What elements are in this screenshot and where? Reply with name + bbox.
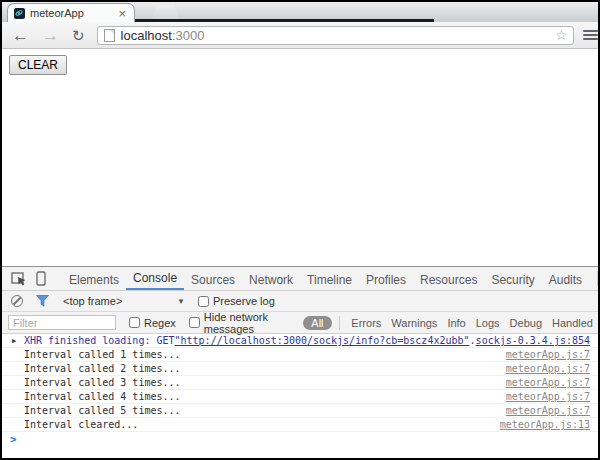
source-link[interactable]: sockjs-0.3.4.js:854 [476, 335, 590, 346]
level-errors[interactable]: Errors [351, 317, 381, 329]
url-host: localhost [121, 28, 172, 43]
level-info[interactable]: Info [447, 317, 465, 329]
device-toolbar-icon[interactable] [36, 271, 46, 286]
tab-resources[interactable]: Resources [413, 267, 484, 290]
devtools-panel: Elements Console Sources Network Timelin… [2, 266, 598, 458]
hide-network-label: Hide network messages [204, 311, 296, 335]
chrome-menu-icon[interactable] [583, 30, 598, 40]
divider [339, 316, 340, 330]
address-bar[interactable]: localhost :3000 ☆ [97, 26, 575, 45]
console-context-bar: <top frame> ▼ Preserve log [2, 291, 598, 312]
clear-button[interactable]: CLEAR [9, 55, 67, 75]
console-log: ▶ XHR finished loading: GET "http://loca… [2, 334, 598, 447]
page-document-icon [104, 29, 115, 42]
filter-input[interactable] [8, 315, 116, 330]
source-link[interactable]: meteorApp.js:7 [506, 391, 590, 402]
level-debug[interactable]: Debug [510, 317, 542, 329]
meteor-favicon-icon [14, 8, 25, 19]
chevron-down-icon: ▼ [177, 297, 185, 306]
log-text: Interval called 4 times... [24, 391, 181, 402]
browser-window: meteorApp × ← → ↻ localhost :3000 ☆ CLEA… [0, 0, 600, 460]
log-text: Interval called 2 times... [24, 363, 181, 374]
regex-checkbox[interactable] [129, 317, 140, 328]
preserve-log-checkbox[interactable] [198, 296, 209, 307]
source-link[interactable]: meteorApp.js:7 [506, 405, 590, 416]
frame-context-select[interactable]: <top frame> ▼ [63, 295, 185, 307]
expand-arrow-icon[interactable]: ▶ [12, 337, 16, 345]
console-row: Interval cleared... meteorApp.js:13 [2, 418, 598, 432]
browser-tab[interactable]: meteorApp × [7, 3, 135, 22]
url-port: :3000 [172, 28, 205, 43]
prompt-chevron-icon: > [10, 433, 17, 446]
level-warnings[interactable]: Warnings [391, 317, 437, 329]
hide-network-checkbox[interactable] [189, 317, 200, 328]
tab-title: meteorApp [30, 7, 116, 19]
tab-sources[interactable]: Sources [184, 267, 242, 290]
console-prompt[interactable]: > [2, 432, 598, 447]
clear-console-icon[interactable] [11, 295, 23, 307]
level-handled[interactable]: Handled [552, 317, 593, 329]
log-text: Interval cleared... [24, 419, 138, 430]
log-text: Interval called 1 times... [24, 349, 181, 360]
bookmark-star-icon[interactable]: ☆ [555, 27, 568, 43]
filter-funnel-icon[interactable] [36, 295, 49, 307]
source-link[interactable]: meteorApp.js:7 [506, 377, 590, 388]
tab-elements[interactable]: Elements [62, 267, 126, 290]
inspect-element-icon[interactable] [11, 272, 27, 286]
tab-console[interactable]: Console [126, 267, 184, 290]
xhr-message-prefix: XHR finished loading: GET [24, 335, 175, 346]
browser-toolbar: ← → ↻ localhost :3000 ☆ [2, 22, 598, 49]
console-row: Interval called 3 times... meteorApp.js:… [2, 376, 598, 390]
console-row: Interval called 5 times... meteorApp.js:… [2, 404, 598, 418]
tab-profiles[interactable]: Profiles [359, 267, 413, 290]
page-content: CLEAR [2, 49, 598, 266]
frame-context-label: <top frame> [63, 295, 122, 307]
devtools-tab-bar: Elements Console Sources Network Timelin… [2, 267, 598, 291]
source-link[interactable]: meteorApp.js:13 [500, 419, 590, 430]
source-link[interactable]: meteorApp.js:7 [506, 363, 590, 374]
back-button[interactable]: ← [12, 27, 29, 44]
divider [597, 271, 598, 286]
console-row: Interval called 2 times... meteorApp.js:… [2, 362, 598, 376]
preserve-log-label: Preserve log [213, 295, 275, 307]
regex-label: Regex [144, 317, 176, 329]
console-row: Interval called 1 times... meteorApp.js:… [2, 348, 598, 362]
tab-audits[interactable]: Audits [542, 267, 589, 290]
xhr-url-link[interactable]: "http://localhost:3000/sockjs/info?cb=bs… [175, 335, 470, 346]
console-row: Interval called 4 times... meteorApp.js:… [2, 390, 598, 404]
reload-button[interactable]: ↻ [72, 27, 85, 44]
tab-close-icon[interactable]: × [116, 7, 128, 20]
level-all-pill[interactable]: All [303, 316, 331, 330]
console-row-xhr: ▶ XHR finished loading: GET "http://loca… [2, 334, 598, 348]
tab-timeline[interactable]: Timeline [300, 267, 359, 290]
source-link[interactable]: meteorApp.js:7 [506, 349, 590, 360]
forward-button[interactable]: → [42, 27, 59, 44]
log-text: Interval called 5 times... [24, 405, 181, 416]
console-filter-bar: Regex Hide network messages All Errors W… [2, 312, 598, 334]
tab-security[interactable]: Security [484, 267, 541, 290]
level-logs[interactable]: Logs [476, 317, 500, 329]
log-text: Interval called 3 times... [24, 377, 181, 388]
tab-network[interactable]: Network [242, 267, 300, 290]
